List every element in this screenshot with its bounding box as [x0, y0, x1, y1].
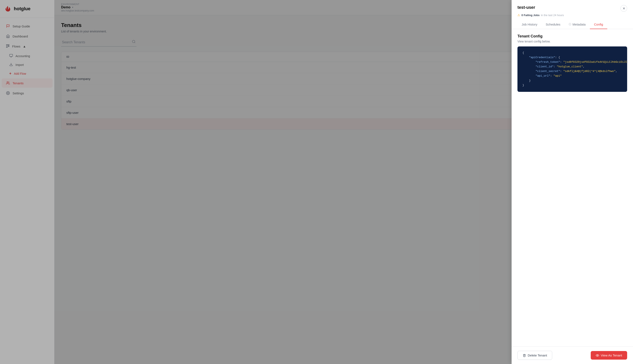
tab-config[interactable]: Config [590, 20, 607, 29]
config-section-subtitle: View tenant config below. [517, 40, 627, 43]
delete-tenant-label: Delete Tenant [528, 354, 547, 357]
tenant-panel-overlay: test-user ✕ ⚠ 0 Failing Jobs in the last… [0, 0, 633, 364]
panel-footer: Delete Tenant View As Tenant [512, 346, 633, 364]
view-as-tenant-label: View As Tenant [601, 354, 622, 357]
panel-tabs: Job History Schedules ⓘ Metadata Config [512, 20, 633, 29]
code-block: { "apiCredentials": { "refresh_token": "… [517, 46, 627, 92]
info-icon: ⓘ [569, 22, 571, 26]
view-as-tenant-button[interactable]: View As Tenant [591, 351, 627, 360]
trash-icon [523, 354, 526, 357]
tenant-panel: test-user ✕ ⚠ 0 Failing Jobs in the last… [512, 0, 633, 364]
panel-body: Tenant Config View tenant config below. … [512, 29, 633, 346]
panel-close-button[interactable]: ✕ [620, 5, 627, 12]
tab-metadata[interactable]: ⓘ Metadata [564, 20, 590, 29]
eye-icon [596, 354, 599, 357]
tab-config-label: Config [594, 22, 603, 26]
failing-jobs-detail: in the last 24 hours [541, 14, 564, 17]
config-section-title: Tenant Config [517, 34, 627, 38]
failing-jobs-count: 0 Failing Jobs [521, 14, 540, 17]
tab-job-history-label: Job History [522, 22, 537, 26]
delete-tenant-button[interactable]: Delete Tenant [517, 351, 552, 360]
tab-schedules[interactable]: Schedules [541, 20, 564, 29]
tab-job-history[interactable]: Job History [517, 20, 541, 29]
tab-schedules-label: Schedules [546, 22, 560, 26]
panel-title: test-user [517, 5, 535, 10]
panel-header: test-user ✕ [512, 0, 633, 12]
warning-icon: ⚠ [517, 14, 520, 17]
svg-point-16 [597, 355, 598, 356]
panel-status: ⚠ 0 Failing Jobs in the last 24 hours [512, 12, 633, 17]
tab-metadata-label: Metadata [572, 22, 586, 26]
